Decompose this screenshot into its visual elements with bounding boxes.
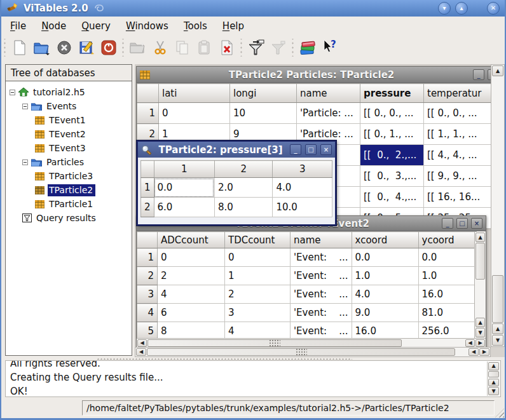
open-node-icon[interactable]: [128, 38, 147, 58]
row-header[interactable]: 1: [141, 178, 154, 198]
cell[interactable]: [[ 0., 1., ...: [360, 124, 424, 145]
pressure-dialog-titlebar[interactable]: TParticle2: pressure[3] _ □ ×: [138, 142, 335, 158]
menu-help[interactable]: Help: [222, 20, 244, 32]
selected-cell[interactable]: [[ 0., 2.,...: [360, 145, 424, 166]
cell[interactable]: 10.0: [273, 198, 332, 217]
cell[interactable]: 1.0: [352, 267, 418, 285]
scroll-up-arrow[interactable]: ▲: [492, 323, 503, 334]
cell[interactable]: 4: [158, 285, 225, 304]
column-header-1[interactable]: 1: [154, 161, 214, 178]
tree-item-events[interactable]: Events: [6, 99, 132, 113]
cell[interactable]: [[ 16., 16...: [424, 187, 494, 208]
minimize-button[interactable]: ▾: [438, 2, 451, 15]
scroll-down-arrow[interactable]: ▼: [488, 387, 499, 395]
cell[interactable]: [[ 9., 9., ...: [424, 166, 494, 187]
cell[interactable]: 8.0: [214, 198, 272, 217]
tree-item-tutorial2-h5[interactable]: tutorial2.h5: [6, 85, 132, 99]
menu-tools[interactable]: Tools: [184, 20, 207, 32]
tevent2-window[interactable]: TEvent2 Events: TEvent2 _ □ × ADCcount T…: [136, 215, 486, 348]
cell[interactable]: 16.0: [418, 285, 476, 304]
cell[interactable]: [[ 1., 1., ...: [424, 124, 494, 145]
column-header-2[interactable]: 2: [214, 161, 272, 178]
row-header[interactable]: 2: [137, 267, 158, 285]
row-header[interactable]: 3: [137, 285, 158, 304]
scroll-right-arrow[interactable]: ▶: [475, 339, 485, 347]
cell[interactable]: [[ 0., 0., ...: [360, 103, 424, 124]
tevent2-vertical-scrollbar[interactable]: ▲ ▲ ▼: [474, 232, 486, 338]
delete-queries-icon[interactable]: [268, 38, 288, 58]
column-header-name[interactable]: name: [291, 232, 352, 248]
delete-node-icon[interactable]: [217, 38, 236, 58]
mdi-horizontal-scrollbar[interactable]: ◀ ◀ ▶: [135, 347, 491, 357]
column-header-tdccount[interactable]: TDCcount: [225, 232, 291, 248]
focused-cell[interactable]: 0.0: [154, 178, 214, 198]
cell[interactable]: 9.0: [352, 304, 418, 322]
maximize-button[interactable]: □: [456, 218, 468, 229]
tree-item-particles[interactable]: Particles: [6, 155, 132, 169]
cell[interactable]: 2.0: [214, 178, 272, 198]
menu-node[interactable]: Node: [41, 20, 66, 32]
scroll-right-arrow[interactable]: ▶: [479, 348, 489, 356]
cell[interactable]: 0: [159, 103, 230, 124]
cell[interactable]: 'Event: ...: [291, 304, 352, 322]
minimize-button[interactable]: _: [442, 218, 453, 229]
column-header-longi[interactable]: longi: [230, 84, 297, 103]
open-file-icon[interactable]: [32, 38, 51, 58]
scroll-up-arrow[interactable]: ▲: [475, 233, 485, 242]
scroll-up-arrow[interactable]: ▲: [492, 65, 503, 76]
cell[interactable]: 6.0: [154, 198, 214, 217]
scroll-left-arrow[interactable]: ◀: [465, 339, 475, 347]
close-file-icon[interactable]: [54, 38, 74, 58]
new-file-icon[interactable]: [10, 38, 29, 58]
close-button[interactable]: ×: [471, 218, 482, 229]
cell[interactable]: 'Event: ...: [291, 285, 352, 304]
cell[interactable]: [[ 0., 0., ...: [424, 103, 494, 124]
scroll-left-arrow[interactable]: ◀: [137, 339, 147, 347]
cell[interactable]: [[ 0., 4.,...: [360, 187, 424, 208]
log-vertical-scrollbar[interactable]: ▲ ▲ ▼: [487, 362, 500, 396]
collapse-expander-icon[interactable]: [22, 159, 28, 165]
cell[interactable]: 2: [158, 267, 225, 285]
cell[interactable]: 0.0: [418, 248, 476, 267]
users-guide-icon[interactable]: [297, 38, 317, 58]
column-header-xcoord[interactable]: xcoord: [352, 232, 418, 248]
column-header-ycoord[interactable]: ycoord: [418, 232, 476, 248]
tree-item-tevent2[interactable]: TEvent2: [6, 127, 132, 141]
cell[interactable]: 2: [225, 285, 291, 304]
cell[interactable]: 1: [225, 267, 291, 285]
cell[interactable]: 4.0: [273, 178, 332, 198]
cell[interactable]: 'Event: ...: [291, 267, 352, 285]
tree-item-tevent1[interactable]: TEvent1: [6, 113, 132, 127]
cell[interactable]: 1.0: [418, 267, 476, 285]
tree-item-query-results[interactable]: Query results: [6, 211, 132, 225]
column-header-adccount[interactable]: ADCcount: [158, 232, 225, 248]
tree-item-tparticle1[interactable]: TParticle1: [6, 197, 132, 211]
resize-grip[interactable]: [495, 409, 504, 417]
menu-windows[interactable]: Windows: [126, 20, 168, 32]
scroll-left-arrow[interactable]: ◀: [468, 348, 479, 356]
new-query-icon[interactable]: [246, 38, 266, 58]
cell[interactable]: 10: [230, 103, 297, 124]
exit-icon[interactable]: [99, 38, 118, 58]
column-header-temperature[interactable]: temperatur: [424, 84, 494, 103]
column-header-lati[interactable]: lati: [159, 84, 230, 103]
cell[interactable]: 6: [158, 304, 225, 322]
close-button[interactable]: ✕: [487, 2, 500, 15]
tree-item-tevent3[interactable]: TEvent3: [6, 141, 132, 155]
cell[interactable]: 0: [225, 248, 291, 267]
cell[interactable]: 0.0: [352, 248, 418, 267]
column-header-3[interactable]: 3: [273, 161, 332, 178]
cell[interactable]: 0: [158, 248, 225, 267]
cell[interactable]: [[ 4., 4., ...: [424, 145, 494, 166]
scroll-down-arrow[interactable]: ▼: [475, 328, 485, 337]
minimize-button[interactable]: _: [473, 69, 484, 80]
column-header-name[interactable]: name: [297, 84, 360, 103]
cell[interactable]: [[ 0., 3.,...: [360, 166, 424, 187]
cut-node-icon[interactable]: [150, 38, 170, 58]
menu-file[interactable]: File: [10, 20, 26, 32]
paste-node-icon[interactable]: [195, 38, 214, 58]
row-header[interactable]: 4: [137, 304, 158, 322]
log-console[interactable]: All rights reserved. Creating the Query …: [5, 360, 501, 397]
cell[interactable]: 3: [225, 304, 291, 322]
cell[interactable]: 'Event: ...: [291, 248, 352, 267]
